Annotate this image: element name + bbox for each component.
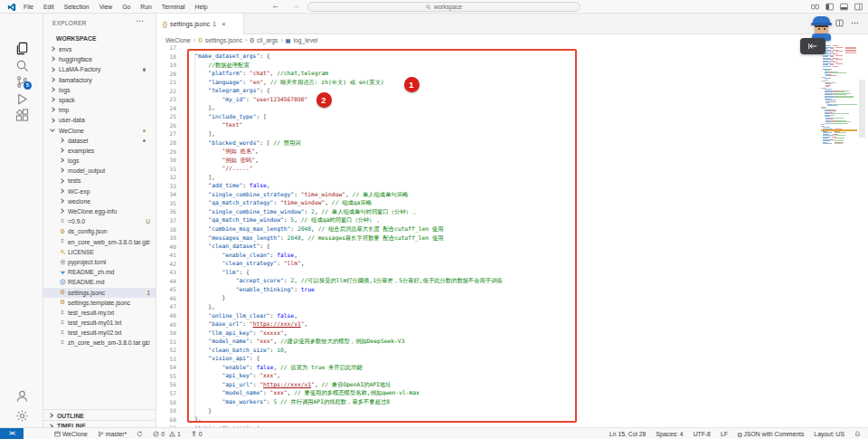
status-right-1[interactable]: Spaces: 4 [656, 431, 683, 437]
toggle-panel-icon[interactable] [840, 3, 848, 11]
search-sidebar-icon[interactable] [15, 59, 29, 72]
status-right-0[interactable]: Ln 15, Col 28 [609, 431, 646, 437]
tree-item-examples[interactable]: examples [43, 146, 156, 156]
tree-item-test_result-my02.txt[interactable]: ≡test_result-my02.txt [43, 328, 156, 338]
breadcrumb-item-WeClone[interactable]: WeClone [165, 37, 191, 43]
tree-item-label: README.md [68, 279, 104, 285]
line-number: 40 [156, 243, 176, 250]
more-actions-icon[interactable] [851, 19, 859, 27]
line-number: 33 [156, 183, 176, 189]
tab-close-icon[interactable]: × [222, 20, 226, 28]
breadcrumb-item-cli_args[interactable]: cli_args [257, 37, 278, 43]
scrollbar[interactable] [859, 80, 865, 138]
nav-forward-icon[interactable]: → [292, 1, 300, 10]
menu-selection[interactable]: Selection [64, 4, 90, 10]
overlay-back-button[interactable] [800, 38, 826, 54]
annotation-circle-1: 1 [404, 77, 420, 92]
breadcrumb-icon: ▤ [286, 37, 291, 43]
menu-edit[interactable]: Edit [43, 4, 54, 10]
tree-item-LICENSE[interactable]: LICENSE [43, 247, 156, 257]
tree-item-README_zh.md[interactable]: README_zh.md [43, 267, 156, 277]
tree-item-tests[interactable]: tests [43, 176, 156, 186]
tree-item-settings.template.jsonc[interactable]: {}settings.template.jsonc [43, 298, 156, 308]
status-branch[interactable]: master* [98, 431, 127, 437]
toggle-secondary-sidebar-icon[interactable] [854, 3, 863, 11]
tree-item-WeClone[interactable]: WeClone [43, 126, 156, 136]
bell-icon[interactable] [854, 431, 861, 437]
tree-item-model_output[interactable]: model_output [43, 166, 156, 176]
scm-badge: 5 [24, 81, 32, 90]
tree-item-zh_core_web_sm-3.8.0.tar.gz[interactable]: ≡zh_core_web_sm-3.8.0.tar.gzU [43, 338, 156, 348]
line-number: 54 [156, 364, 176, 370]
extensions-icon[interactable] [15, 109, 29, 122]
tree-item-llamafactory[interactable]: llamafactory [43, 75, 156, 85]
remote-indicator[interactable]: >< [0, 428, 24, 439]
status-right-4[interactable]: {}JSON with Comments [738, 431, 805, 437]
tree-item-spack[interactable]: spack [43, 95, 156, 105]
tree-item-tmp[interactable]: tmp [43, 105, 156, 115]
workspace-section-header[interactable]: WORKSPACE [43, 33, 156, 44]
toggle-sidebar-icon[interactable] [826, 3, 834, 11]
git-untracked-badge: U [146, 339, 150, 346]
breadcrumb-item-settings.jsonc[interactable]: settings.jsonc [205, 37, 242, 43]
toml-gear-icon [59, 259, 66, 266]
status-right-2[interactable]: UTF-8 [693, 431, 711, 437]
menu-help[interactable]: Help [194, 4, 207, 10]
tree-item-user-data[interactable]: user-data [43, 115, 156, 125]
tree-item-label: settings.jsonc [68, 290, 105, 296]
menu-file[interactable]: File [24, 4, 33, 10]
tree-item-label: ds_config.json [68, 228, 107, 234]
split-editor-icon[interactable] [835, 19, 844, 27]
tree-item-label: =0.9.0 [68, 218, 85, 224]
minimap[interactable] [821, 45, 857, 427]
outline-section[interactable]: OUTLINE [43, 409, 156, 420]
tree-item-logs[interactable]: logs [43, 85, 156, 95]
explorer-icon[interactable] [15, 42, 29, 55]
status-ports[interactable]: 0 [191, 431, 203, 437]
timeline-section[interactable]: TIMELINE [43, 420, 156, 428]
tree-item-LLaMA-Factory[interactable]: LLaMA-Factory [43, 64, 156, 74]
vscode-window: FileEditSelectionViewGoRunTerminalHelp ←… [0, 0, 868, 439]
menu-terminal[interactable]: Terminal [162, 4, 185, 10]
tree-item-WC-exp[interactable]: WC-exp [43, 186, 156, 196]
menu-go[interactable]: Go [122, 4, 130, 10]
text-file-icon: ≡ [59, 310, 66, 317]
status-project[interactable]: WeClone [54, 431, 88, 437]
tab-settings-jsonc[interactable]: {} settings.jsonc 1 × [156, 14, 244, 34]
tree-item-label: test_result-my02.txt [68, 329, 121, 336]
tree-item-0.9.0[interactable]: ≡=0.9.0U [43, 216, 156, 226]
code-editor[interactable]: 1718 "make_dataset_args": {19 //数据处理配置20… [156, 45, 868, 427]
json-file-icon: {} [59, 228, 66, 235]
tree-item-dataset[interactable]: dataset [43, 136, 156, 146]
tree-item-test_result-my01.txt[interactable]: ≡test_result-my01.txt [43, 318, 156, 328]
nav-back-icon[interactable]: ← [271, 1, 279, 10]
tree-item-weclone[interactable]: weclone [43, 196, 156, 206]
tree-item-huggingface[interactable]: huggingface [43, 54, 156, 64]
line-number: 28 [156, 139, 176, 146]
tree-item-pyproject.toml[interactable]: pyproject.toml [43, 257, 156, 267]
status-problems[interactable]: 0 1 [153, 431, 181, 437]
explorer-more-icon[interactable]: ⋯ [136, 16, 145, 25]
status-right-3[interactable]: LF [721, 431, 728, 437]
command-center-search[interactable]: workspace [307, 2, 580, 12]
tree-item-logs[interactable]: logs [43, 156, 156, 166]
status-sync[interactable] [137, 431, 143, 437]
account-icon[interactable] [15, 389, 29, 403]
breadcrumb-item-log_level[interactable]: log_level [294, 37, 318, 43]
menu-run[interactable]: Run [140, 4, 151, 10]
run-debug-icon[interactable] [15, 92, 29, 106]
menu-view[interactable]: View [99, 4, 113, 10]
status-right-5[interactable]: Layout: US [814, 431, 844, 437]
line-number: 60 [156, 416, 176, 423]
tree-item-envs[interactable]: envs [43, 44, 156, 54]
tree-item-test_result-my.txt[interactable]: ≡test_result-my.txt [43, 308, 156, 318]
tree-item-label: envs [59, 46, 71, 52]
settings-gear-icon[interactable] [15, 409, 29, 423]
tree-item-ds_config.json[interactable]: {}ds_config.json [43, 226, 156, 236]
tree-item-WeClone.egg-info[interactable]: WeClone.egg-info [43, 206, 156, 216]
tree-item-settings.jsonc[interactable]: {}settings.jsonc1 [43, 288, 156, 298]
tree-item-label: WC-exp [68, 188, 90, 195]
profile-icon[interactable] [811, 3, 819, 11]
tree-item-en_core_web_sm-3.8.0.tar.gz[interactable]: ≡en_core_web_sm-3.8.0.tar.gzU [43, 237, 156, 247]
tree-item-README.md[interactable]: README.md [43, 277, 156, 287]
